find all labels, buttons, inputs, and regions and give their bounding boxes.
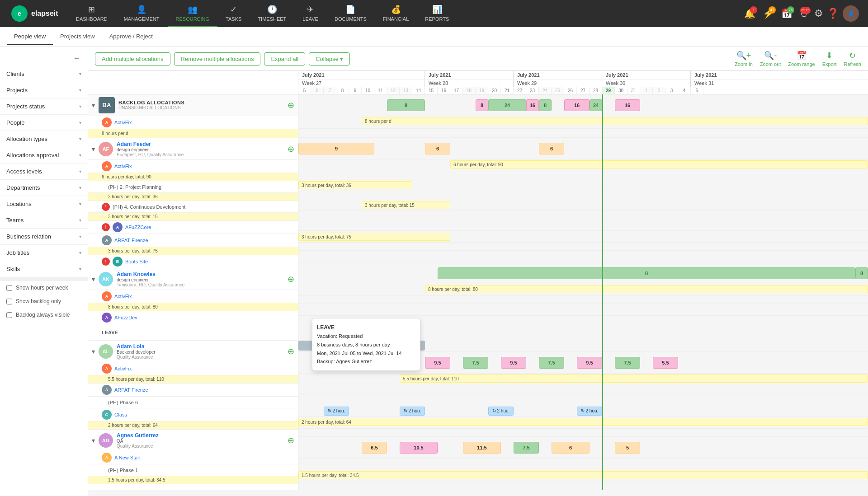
recurring-bar[interactable]: ↻ 2 hou. <box>488 407 514 416</box>
recurring-bar[interactable]: ↻ 2 hou. <box>400 407 425 416</box>
collapse-arrow-icon[interactable]: ▾ <box>92 145 95 153</box>
afuzzcore-row: ! A AFuZZCore <box>88 221 298 234</box>
add-multiple-allocations-button[interactable]: Add multiple allocations <box>95 52 170 66</box>
sidebar-item-allocations-approval[interactable]: Allocations approval ▾ <box>0 147 88 164</box>
add-allocation-icon[interactable]: ⊕ <box>288 274 294 284</box>
refresh-button[interactable]: ↻ Refresh <box>844 51 861 67</box>
sidebar-item-skills[interactable]: Skills ▾ <box>0 261 88 277</box>
warning-badge: ! <box>102 203 110 211</box>
nav-reports[interactable]: 📊 REPORTS <box>417 0 457 27</box>
alloc-bar[interactable]: 7.5 <box>514 442 539 454</box>
logo-area[interactable]: e elapseit <box>5 5 68 22</box>
alloc-bar[interactable]: 9 <box>298 143 374 154</box>
alloc-bar[interactable]: 16 <box>526 99 539 111</box>
day-cell: 27 <box>577 87 590 94</box>
nav-tasks[interactable]: ✓ TASKS <box>217 0 250 27</box>
add-allocation-icon[interactable]: ⊕ <box>288 346 294 356</box>
expand-all-button[interactable]: Expand all <box>264 52 305 66</box>
sidebar-item-projects-status[interactable]: Projects status ▾ <box>0 98 88 115</box>
alloc-bar[interactable]: 5 <box>615 442 640 454</box>
gantt-left-column: ▾ BA BACKLOG ALLOCATIONS UNASSIGNED ALLO… <box>88 94 298 490</box>
alloc-bar[interactable]: 8 <box>387 99 425 111</box>
alloc-bar[interactable]: 5.5 <box>653 357 678 369</box>
sidebar-item-departments[interactable]: Departments ▾ <box>0 180 88 196</box>
nav-leave[interactable]: ✈ LEAVE <box>294 0 326 27</box>
alloc-bar[interactable]: 8 <box>855 267 868 279</box>
backlog-always-checkbox[interactable] <box>6 312 12 318</box>
nav-financial[interactable]: 💰 FINANCIAL <box>375 0 417 27</box>
alloc-bar[interactable]: 6 <box>425 143 450 154</box>
export-button[interactable]: ⬇ Export <box>822 51 837 67</box>
sidebar-item-people[interactable]: People ▾ <box>0 115 88 131</box>
alloc-bar[interactable]: 10.5 <box>400 442 438 454</box>
notification-btn-1[interactable]: 🔔1 <box>742 6 757 21</box>
alloc-bar[interactable]: 6 <box>552 442 590 454</box>
notification-btn-2[interactable]: ⚡47 <box>761 6 776 21</box>
collapse-arrow-icon[interactable]: ▾ <box>92 348 95 355</box>
sidebar-item-clients[interactable]: Clients ▾ <box>0 66 88 82</box>
nav-timesheet[interactable]: 🕐 TIMESHEET <box>250 0 294 27</box>
notification-btn-3[interactable]: 📅76 <box>779 6 794 21</box>
alloc-bar[interactable]: 16 <box>564 99 590 111</box>
remove-multiple-allocations-button[interactable]: Remove multiple allocations <box>174 52 261 66</box>
alloc-bar[interactable]: 6.5 <box>362 442 387 454</box>
spacer <box>298 385 868 393</box>
alloc-bar[interactable]: 8 <box>476 99 488 111</box>
alloc-bar[interactable]: 7.5 <box>615 357 640 369</box>
sidebar-item-projects[interactable]: Projects ▾ <box>0 82 88 98</box>
notification-btn-4[interactable]: ⏱OUT <box>798 7 811 21</box>
alloc-bar[interactable]: 9.5 <box>501 357 526 369</box>
alloc-bar[interactable]: 8 <box>539 99 552 111</box>
alloc-bar[interactable]: 24 <box>488 99 526 111</box>
zoom-range-button[interactable]: 📅 Zoom range <box>788 51 815 67</box>
sidebar-show-backlog[interactable]: Show backlog only <box>0 295 88 308</box>
add-allocation-icon[interactable]: ⊕ <box>288 100 294 110</box>
show-hours-checkbox[interactable] <box>6 285 12 291</box>
alloc-bar[interactable]: 11.5 <box>463 442 501 454</box>
sidebar-item-locations[interactable]: Locations ▾ <box>0 196 88 212</box>
settings-button[interactable]: ⚙ <box>814 8 823 19</box>
nav-resourcing[interactable]: 👥 RESOURCING <box>168 0 218 27</box>
gantt-timeline-body: 8 8 24 16 8 16 24 16 8 hours per d <box>298 94 868 490</box>
day-cell: 15 <box>425 87 438 94</box>
nav-dashboard[interactable]: ⊞ DASHBOARD <box>68 0 116 27</box>
zoom-in-button[interactable]: 🔍+ Zoom in <box>735 51 753 67</box>
alloc-bar[interactable]: 7.5 <box>463 357 488 369</box>
user-avatar[interactable]: 👤 <box>843 5 859 22</box>
tab-approve-reject[interactable]: Approve / Reject <box>102 28 160 45</box>
collapse-arrow-icon[interactable]: ▾ <box>92 437 95 444</box>
knowles-timeline: 8 8 <box>298 262 868 284</box>
alloc-bar[interactable]: 8 <box>438 267 855 279</box>
recurring-bar[interactable]: ↻ 2 hou. <box>324 407 349 416</box>
sidebar-item-teams[interactable]: Teams ▾ <box>0 212 88 229</box>
alloc-bar[interactable]: 6 <box>539 143 564 154</box>
sidebar-backlog-always[interactable]: Backlog always visible <box>0 308 88 322</box>
sidebar-item-business-relation[interactable]: Business relation ▾ <box>0 229 88 245</box>
sidebar-item-access-levels[interactable]: Access levels ▾ <box>0 164 88 180</box>
collapse-button[interactable]: Collapse ▾ <box>309 52 350 66</box>
sidebar-show-hours[interactable]: Show hours per week <box>0 281 88 295</box>
sidebar-collapse-button[interactable]: ← <box>4 52 84 64</box>
nav-management[interactable]: 👤 MANAGEMENT <box>116 0 168 27</box>
collapse-arrow-icon[interactable]: ▾ <box>92 276 95 283</box>
add-allocation-icon[interactable]: ⊕ <box>288 144 294 154</box>
nav-documents[interactable]: 📄 DOCUMENTS <box>326 0 375 27</box>
collapse-arrow-icon[interactable]: ▾ <box>92 102 95 109</box>
show-backlog-checkbox[interactable] <box>6 299 12 304</box>
sidebar-item-allocation-types[interactable]: Allocation types ▾ <box>0 131 88 147</box>
alloc-bar[interactable]: 7.5 <box>539 357 564 369</box>
alloc-bar[interactable]: 9.5 <box>577 357 602 369</box>
chevron-down-icon: ▾ <box>79 218 81 223</box>
alloc-bar[interactable]: 16 <box>615 99 640 111</box>
documents-icon: 📄 <box>345 5 355 14</box>
tab-people-view[interactable]: People view <box>7 28 53 45</box>
sidebar-item-job-titles[interactable]: Job titles ▾ <box>0 245 88 261</box>
tab-projects-view[interactable]: Projects view <box>53 28 102 45</box>
add-allocation-icon[interactable]: ⊕ <box>288 435 294 445</box>
day-cell: 19 <box>476 87 488 94</box>
recurring-bar[interactable]: ↻ 2 hou. <box>577 407 602 416</box>
help-button[interactable]: ❓ <box>827 8 839 19</box>
zoom-out-button[interactable]: 🔍- Zoom out <box>760 51 781 67</box>
alloc-bar[interactable]: 9.5 <box>425 357 450 369</box>
alloc-bar[interactable]: 24 <box>590 99 602 111</box>
